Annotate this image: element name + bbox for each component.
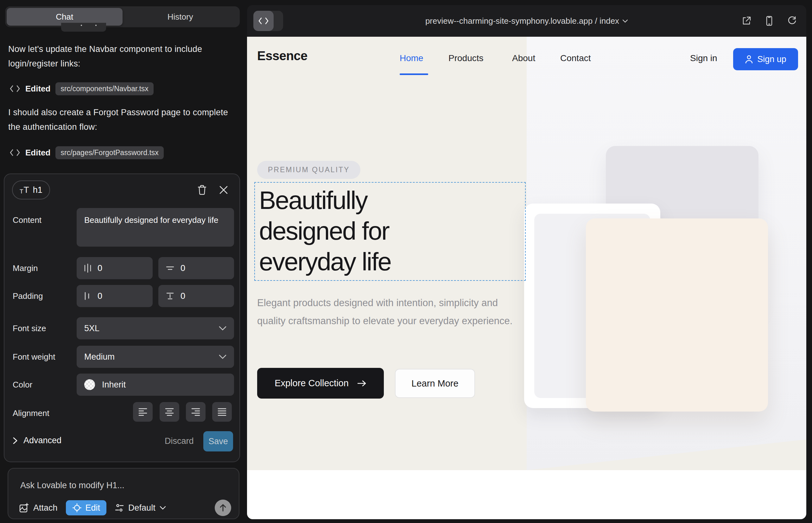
hero-section: Essence Home Products About Contact Sign… (247, 37, 806, 470)
margin-y-input[interactable]: 0 (158, 257, 234, 279)
chevron-down-icon (219, 326, 226, 330)
attach-image-icon (19, 503, 29, 513)
active-nav-underline (400, 73, 428, 75)
discard-button[interactable]: Discard (165, 436, 194, 446)
edited-file-row[interactable]: Edited src/pages/ForgotPassword.tsx (10, 146, 164, 160)
chevron-down-icon (219, 355, 226, 359)
tab-history[interactable]: History (123, 8, 239, 26)
arrow-right-icon (357, 380, 366, 387)
content-label: Content (13, 215, 41, 225)
margin-vertical-icon (165, 265, 175, 272)
margin-label: Margin (13, 264, 38, 273)
send-button[interactable] (215, 500, 231, 516)
chevron-down-icon (160, 506, 166, 510)
preview-url[interactable]: preview--charming-site-symphony.lovable.… (247, 5, 806, 37)
site-navbar: Essence Home Products About Contact Sign… (247, 37, 806, 81)
refresh-icon[interactable] (786, 15, 798, 27)
attach-button[interactable]: Attach (19, 503, 58, 513)
learn-more-button[interactable]: Learn More (395, 369, 475, 398)
hero-description: Elegant products designed with intention… (257, 294, 514, 330)
content-input[interactable]: Beautifully designed for everyday life (77, 208, 234, 247)
save-button[interactable]: Save (203, 431, 233, 451)
nav-link-contact[interactable]: Contact (560, 53, 591, 63)
chat-sidebar: Chat History Now let's update the Navbar… (0, 0, 247, 523)
assistant-message: I should also create a Forgot Password p… (8, 105, 234, 134)
font-size-label: Font size (13, 324, 46, 333)
color-label: Color (13, 380, 32, 390)
padding-horizontal-icon (84, 291, 92, 301)
scrolled-chip (61, 23, 106, 32)
chat-history-tabs: Chat History (5, 6, 240, 27)
open-in-new-tab-icon[interactable] (740, 15, 753, 27)
nav-link-about[interactable]: About (512, 53, 535, 63)
code-icon (10, 85, 20, 92)
preview-site: Essence Home Products About Contact Sign… (247, 37, 806, 519)
color-select[interactable]: Inherit (77, 374, 234, 396)
padding-label: Padding (13, 291, 43, 301)
edited-file-chip[interactable]: src/pages/ForgotPassword.tsx (55, 146, 163, 159)
margin-x-input[interactable]: 0 (77, 257, 153, 279)
align-right-button[interactable] (186, 402, 206, 422)
element-editor-panel: TT h1 Content Beautifully designed for e… (4, 174, 240, 462)
user-icon (745, 55, 753, 64)
hero-heading[interactable]: Beautifully designed for everyday life (259, 185, 391, 277)
align-left-button[interactable] (133, 402, 153, 422)
color-swatch (84, 379, 95, 390)
delete-element-button[interactable] (195, 183, 209, 197)
composer-input[interactable]: Ask Lovable to modify H1... (20, 481, 124, 490)
sliders-icon (114, 503, 124, 512)
preview-toolbar: preview--charming-site-symphony.lovable.… (247, 5, 806, 37)
chat-composer: Ask Lovable to modify H1... Attach Edit (7, 468, 240, 519)
margin-horizontal-icon (84, 264, 92, 273)
font-weight-select[interactable]: Medium (77, 346, 234, 368)
close-icon[interactable] (217, 183, 231, 197)
typography-icon: TT (20, 185, 29, 194)
edited-label: Edited (25, 148, 50, 158)
chevron-down-icon (622, 19, 628, 23)
edit-mode-button[interactable]: Edit (66, 500, 107, 516)
padding-vertical-icon (165, 292, 175, 300)
assistant-message: Now let's update the Navbar component to… (8, 42, 234, 71)
code-icon (10, 149, 20, 157)
chevron-right-icon (13, 437, 18, 445)
sign-in-link[interactable]: Sign in (690, 53, 717, 63)
mobile-view-icon[interactable] (763, 15, 775, 27)
font-weight-label: Font weight (13, 352, 55, 362)
nav-link-home[interactable]: Home (400, 53, 423, 63)
selected-element-tag: TT h1 (12, 180, 50, 199)
lovable-workspace: Chat History Now let's update the Navbar… (0, 0, 812, 523)
align-center-button[interactable] (160, 402, 179, 422)
hero-badge: PREMIUM QUALITY (257, 161, 360, 179)
model-default-select[interactable]: Default (114, 503, 166, 513)
padding-y-input[interactable]: 0 (158, 285, 234, 307)
decor-card-peach (586, 218, 768, 412)
align-justify-button[interactable] (212, 402, 232, 422)
alignment-label: Alignment (13, 409, 49, 418)
edited-label: Edited (25, 84, 50, 94)
edited-file-row[interactable]: Edited src/components/Navbar.tsx (10, 82, 154, 96)
tag-name: h1 (33, 185, 42, 195)
nav-link-products[interactable]: Products (448, 53, 483, 63)
font-size-select[interactable]: 5XL (77, 317, 234, 339)
target-icon (72, 503, 82, 512)
explore-collection-button[interactable]: Explore Collection (257, 368, 384, 399)
padding-x-input[interactable]: 0 (77, 285, 153, 307)
sign-up-button[interactable]: Sign up (733, 48, 798, 70)
advanced-toggle[interactable]: Advanced (13, 436, 61, 446)
site-logo[interactable]: Essence (257, 49, 307, 63)
edited-file-chip[interactable]: src/components/Navbar.tsx (55, 82, 153, 95)
preview-pane: preview--charming-site-symphony.lovable.… (247, 5, 806, 519)
